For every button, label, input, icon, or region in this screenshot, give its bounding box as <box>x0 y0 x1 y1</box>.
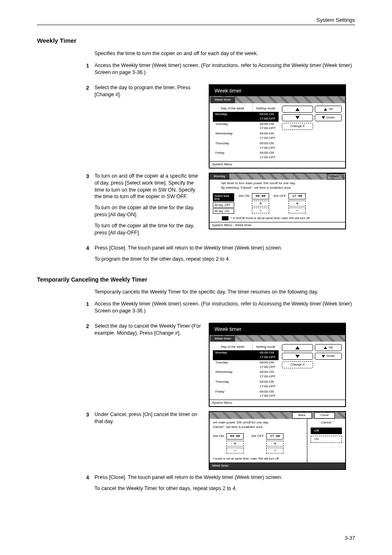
scr1-change-button[interactable]: Change # <box>282 123 313 130</box>
scr2-off-time: 17:00 <box>288 193 306 199</box>
wt-step3b: To turn on the copier all the time for t… <box>95 204 201 218</box>
triangle-down-icon <box>295 116 300 119</box>
screen-cancel: BackClose urn main power SW on/off for o… <box>209 411 346 470</box>
scr2-back-button[interactable]: Back <box>327 173 344 180</box>
wt-step4b: To program the timer for the other days,… <box>95 256 355 263</box>
h-cancel: Temporarily Canceling the Weekly Timer <box>37 276 355 284</box>
triangle-down-icon <box>295 355 300 358</box>
scr1-tab[interactable]: Week timer <box>210 97 235 103</box>
screen-week-timer-2: Week timer Week timer Day of the weekSet… <box>209 323 346 407</box>
scr1-row-fri[interactable]: Friday08:00-ON 17:00-OFF <box>213 150 279 160</box>
cx-step4b: To cancel the Weekly Timer for other day… <box>95 485 355 492</box>
wt-step1: Access the Weekly timer (Week timer) scr… <box>95 62 355 76</box>
scr2-on-plus[interactable]: + <box>252 201 269 206</box>
scr2-msg1: Set timer to turn main power SW on/off f… <box>210 180 345 186</box>
wt-step3a: To turn on and off the copier at a speci… <box>95 173 201 201</box>
cx-step2: Select the day to cancel the Weekly Time… <box>95 323 201 337</box>
scr3-msg2: Cancel", set time is invalided once. <box>213 425 304 430</box>
scr3-back-button[interactable]: Back <box>292 412 312 419</box>
cx-step3: Under Cancel, press [On] cancel the time… <box>95 411 201 425</box>
wt-step4a: Press [Close]. The touch panel will retu… <box>95 245 355 252</box>
step-num-4: 4 <box>81 245 95 267</box>
scr2-on-minus[interactable]: − <box>252 208 269 213</box>
scr1-row-mon[interactable]: Monday08:00-ON 17:00-OFF <box>213 112 279 122</box>
scr1-col-set: Setting mode <box>252 106 279 112</box>
scr1-up-label[interactable]: Up <box>315 106 342 113</box>
scr2-sysline: System Menu - Week timer <box>210 222 345 229</box>
screen-week-timer-1: Week timer Week timer Day of the weekSet… <box>209 84 346 169</box>
scr3-cancel-label: Cancel <box>311 421 342 425</box>
scr1-down-arrow[interactable] <box>282 114 313 121</box>
triangle-up-icon <box>324 108 327 111</box>
scr1b-down-arrow[interactable] <box>282 353 313 360</box>
scr1-row-tue[interactable]: Tuesday08:00-ON 17:00-OFF <box>213 122 279 132</box>
cx-step4a: Press [Close]. The touch panel will retu… <box>95 474 355 481</box>
scr1b-title: Week timer <box>210 324 345 335</box>
scr1b-row-wed[interactable]: Wednesday08:00-ON 17:00-OFF <box>213 370 279 379</box>
scr3-on-time: 08:00 <box>226 433 244 439</box>
scr1b-sysline: System Menu <box>210 400 345 406</box>
scr1b-tab[interactable]: Week timer <box>210 336 235 342</box>
cx-step-num-1: 1 <box>81 301 95 319</box>
triangle-up-icon <box>295 346 300 349</box>
scr3-off-option[interactable]: Off <box>311 428 342 435</box>
scr1b-row-tue[interactable]: Tuesday08:00-ON 17:00-OFF <box>213 360 279 370</box>
triangle-down-icon <box>322 355 325 358</box>
cx-step1: Access the Weekly timer (Week timer) scr… <box>95 301 355 314</box>
scr1b-up-label[interactable]: Up <box>315 344 342 351</box>
scr2-note: * If On/Off mode is set at same time, ma… <box>231 216 310 220</box>
scr1-down-label[interactable]: Down <box>315 114 342 121</box>
step-num-2: 2 <box>81 84 95 169</box>
cx-step-num-4: 4 <box>81 474 95 496</box>
scr1-up-arrow[interactable] <box>282 106 313 113</box>
step-num-1: 1 <box>81 62 95 80</box>
h-weekly-timer: Weekly Timer <box>37 37 355 45</box>
scr1b-change-button[interactable]: Change # <box>282 361 313 368</box>
scr2-side-alloff[interactable]: All day -OFF <box>213 202 234 208</box>
scr3-close-button[interactable]: Close <box>314 412 335 419</box>
scr3-on-option[interactable]: On <box>311 436 342 443</box>
scr2-off-minus[interactable]: − <box>288 208 306 213</box>
scr2-msg2: By selecting "Cancel", set time is inval… <box>210 186 345 191</box>
scr2-on-time: 08:00 <box>252 193 269 199</box>
scr3-swoff-label: SW OFF <box>251 433 264 439</box>
scr3-msg1: urn main power SW on/off for one day. <box>213 421 304 425</box>
scr3-sysline: Week timer <box>210 462 345 469</box>
scr3-off-time: 17:00 <box>266 433 284 439</box>
scr2-swoff-label: SW OFF <box>273 193 286 199</box>
scr3-note: f mode is set at same time, main SW will… <box>213 457 304 461</box>
wt-step3c: To turn off the copier all the time for … <box>95 222 201 236</box>
triangle-up-icon <box>295 108 300 111</box>
scr1-sysline: System Menu <box>210 161 345 168</box>
triangle-down-icon <box>322 116 325 119</box>
scr1-row-wed[interactable]: Wednesday08:00-ON 17:00-OFF <box>213 131 279 141</box>
note-icon <box>222 216 228 220</box>
screen-day-settings: MondayBack Set timer to turn main power … <box>209 173 346 229</box>
header-section: System Settings <box>316 16 355 24</box>
page-number: 3-37 <box>345 535 355 542</box>
triangle-up-icon <box>324 347 327 349</box>
scr1b-down-label[interactable]: Down <box>315 353 342 360</box>
scr1-row-thu[interactable]: Thursday08:00-ON 17:00-OFF <box>213 141 279 151</box>
scr3-on-plus[interactable]: + <box>226 441 244 446</box>
cancel-intro: Temporarily cancels the Weekly Timer for… <box>95 289 355 296</box>
step-num-3: 3 <box>81 173 95 240</box>
wt-step2: Select the day to program the timer. Pre… <box>95 84 201 98</box>
scr1-title: Week timer <box>210 85 345 97</box>
cx-step-num-2: 2 <box>81 323 95 407</box>
scr2-side-select[interactable]: Select work time <box>213 193 234 201</box>
cx-step-num-3: 3 <box>81 411 95 470</box>
scr1b-row-thu[interactable]: Thursday08:00-ON 17:00-OFF <box>213 379 279 389</box>
scr2-tab[interactable]: Monday <box>210 173 229 180</box>
scr3-swon-label: SW ON <box>213 433 224 439</box>
scr2-off-plus[interactable]: + <box>288 201 306 206</box>
scr1b-row-mon[interactable]: Monday08:00-ON 17:00-OFF <box>213 350 279 360</box>
scr3-on-minus[interactable]: − <box>226 448 244 453</box>
scr2-swon-label: SW ON <box>238 193 249 199</box>
scr1b-up-arrow[interactable] <box>282 344 313 351</box>
wt-intro: Specifies the time to turn the copier on… <box>95 50 355 57</box>
scr2-side-allon[interactable]: All day -ON <box>213 208 234 214</box>
scr3-off-minus[interactable]: − <box>266 448 284 453</box>
scr3-off-plus[interactable]: + <box>266 441 284 446</box>
scr1b-row-fri[interactable]: Friday08:00-ON 17:00-OFF <box>213 389 279 399</box>
